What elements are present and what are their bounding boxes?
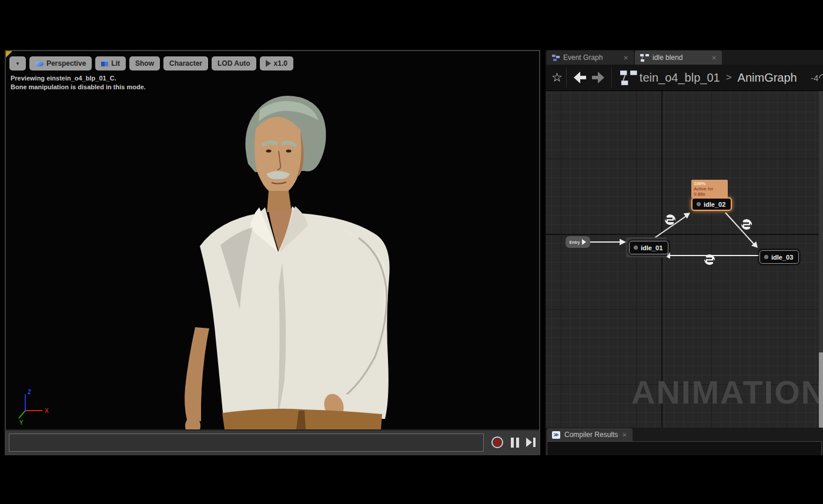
breadcrumb: tein_o4_blp_01 > AnimGraph [640, 71, 797, 85]
anim-graph-panel: Event Graph ✕ idle blend ✕ ☆ [546, 50, 823, 455]
entry-play-icon [582, 239, 586, 245]
character-preview [6, 51, 539, 429]
character-button[interactable]: Character [163, 56, 208, 70]
viewport-options-button[interactable]: ▼ [9, 56, 26, 70]
lit-cube-icon [101, 60, 108, 67]
scrollbar-thumb[interactable] [819, 352, 823, 428]
forward-button[interactable] [589, 69, 608, 86]
state-node-icon [764, 255, 768, 259]
idle-blend-icon [640, 54, 649, 62]
bone-manipulation-text: Bone manipulation is disabled in this mo… [11, 83, 146, 92]
state-machine-graph[interactable]: ANIMATION [546, 91, 823, 428]
breadcrumb-root[interactable]: tein_o4_blp_01 [640, 71, 720, 85]
zoom-arc-icon: ◠ [818, 71, 823, 84]
viewport-3d-area[interactable]: Z X Y [6, 51, 539, 429]
lit-mode-button[interactable]: Lit [95, 56, 126, 70]
compiler-results-output [547, 441, 822, 455]
step-forward-button[interactable] [523, 433, 538, 452]
event-graph-icon [552, 55, 560, 61]
state-node-idle-01[interactable]: idle_01 [629, 241, 668, 254]
tab-idle-blend[interactable]: idle blend ✕ [635, 51, 722, 65]
play-speed-icon [266, 60, 271, 67]
graph-node-icon [620, 70, 637, 85]
state-node-idle-02[interactable]: idle_02 [691, 197, 732, 211]
transition-rule-icon [664, 214, 676, 225]
lod-auto-button[interactable]: LOD Auto [212, 56, 256, 70]
animation-transport-bar [6, 430, 539, 454]
breadcrumb-current[interactable]: AnimGraph [738, 71, 797, 85]
timeline-scrubber[interactable] [9, 434, 484, 452]
viewport-toolbar: ▼ Perspective Lit Show Character LOD Aut… [9, 56, 293, 70]
viewport-status-text: Previewing einstein_o4_blp_01_C. Bone ma… [11, 74, 146, 92]
dropdown-arrow-icon: ▼ [15, 61, 20, 66]
pause-button[interactable] [507, 433, 523, 452]
compiler-console-icon: ≫ [552, 431, 560, 439]
active-state-tooltip: 100% Active for 0.88s [691, 180, 728, 198]
axis-gizmo-icon: Z X Y [12, 386, 59, 427]
graph-zoom-indicator: -4 ◠ [811, 71, 823, 84]
chevron-right-icon: > [726, 72, 732, 83]
state-node-idle-03[interactable]: idle_03 [760, 250, 799, 264]
axis-x-label: X [45, 408, 49, 414]
bookmark-star-icon[interactable]: ☆ [551, 70, 563, 85]
tab-compiler-results[interactable]: ≫ Compiler Results ✕ [547, 428, 633, 441]
record-icon [491, 436, 503, 448]
state-node-icon [697, 202, 701, 206]
back-arrow-icon [573, 71, 587, 84]
previewing-text: Previewing einstein_o4_blp_01_C. [11, 74, 146, 83]
pause-icon [511, 438, 519, 448]
axis-y-label: Y [19, 419, 24, 426]
weight-percent: 100% [694, 181, 725, 186]
back-button[interactable] [570, 69, 589, 86]
graph-vertical-scrollbar[interactable] [819, 91, 823, 428]
record-button[interactable] [490, 433, 505, 452]
compiler-results-tab-bar: ≫ Compiler Results ✕ [546, 428, 823, 441]
tab-corner-marker [6, 51, 12, 58]
document-tab-bar: Event Graph ✕ idle blend ✕ [546, 50, 823, 65]
show-button[interactable]: Show [129, 56, 160, 70]
close-icon[interactable]: ✕ [624, 55, 628, 61]
tab-event-graph[interactable]: Event Graph ✕ [547, 51, 634, 65]
forward-arrow-icon [591, 71, 605, 84]
step-forward-icon [526, 438, 536, 447]
transition-rule-icon [741, 219, 752, 230]
entry-node[interactable]: Entry [566, 236, 590, 248]
perspective-button[interactable]: Perspective [29, 56, 92, 70]
perspective-icon [35, 61, 44, 66]
editor-window: Z X Y ▼ Perspective Lit Show Character [5, 50, 823, 455]
close-icon[interactable]: ✕ [622, 432, 627, 438]
graph-navigation-bar: ☆ tein_o4_blp_01 > AnimGraph -4 [546, 65, 823, 91]
axis-z-label: Z [28, 389, 31, 395]
state-node-icon [634, 246, 638, 250]
active-duration: Active for 0.88s [694, 186, 725, 197]
playback-speed-button[interactable]: x1.0 [260, 56, 293, 70]
close-icon[interactable]: ✕ [712, 55, 717, 61]
preview-viewport-panel: Z X Y ▼ Perspective Lit Show Character [5, 50, 540, 455]
